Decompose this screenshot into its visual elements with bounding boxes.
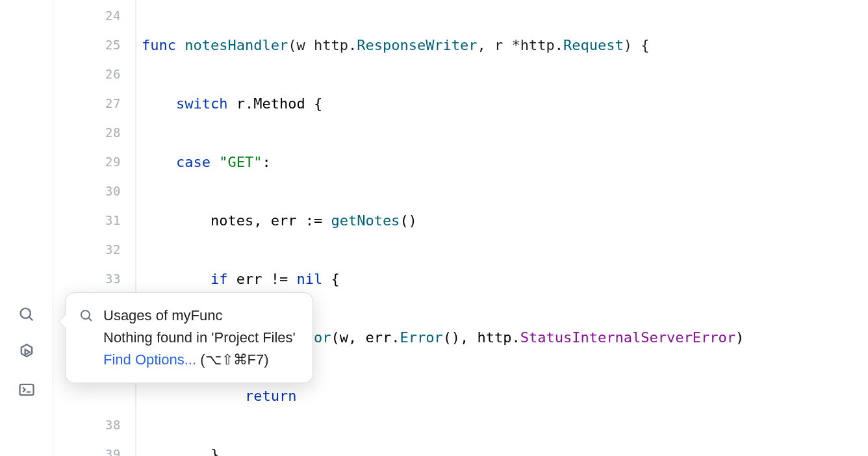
line-number: 24 — [53, 1, 121, 31]
line-number: 30 — [53, 177, 121, 206]
svg-line-6 — [88, 318, 92, 321]
line-number-gutter: 24 25 26 27 28 29 30 31 32 33 38 39 — [53, 0, 136, 456]
line-number: 29 — [53, 147, 121, 177]
code-line: case "GET": — [142, 147, 868, 177]
svg-line-1 — [29, 317, 32, 321]
code-line: return — [142, 381, 868, 411]
code-line: } — [142, 440, 868, 456]
search-icon — [79, 308, 94, 323]
run-icon[interactable] — [18, 343, 36, 361]
svg-marker-2 — [25, 349, 29, 355]
line-number — [53, 381, 121, 411]
line-number: 26 — [53, 60, 121, 89]
line-number: 27 — [53, 89, 121, 118]
line-number: 32 — [53, 235, 121, 264]
line-number: 25 — [53, 31, 121, 60]
search-icon[interactable] — [18, 305, 36, 323]
line-number: 31 — [53, 206, 121, 235]
left-tool-rail — [0, 0, 53, 456]
code-editor[interactable]: func notesHandler(w http.ResponseWriter,… — [136, 0, 868, 456]
editor-area: 24 25 26 27 28 29 30 31 32 33 38 39 func… — [0, 0, 868, 456]
code-line: if err != nil { — [142, 264, 868, 294]
terminal-icon[interactable] — [18, 381, 36, 399]
line-number: 33 — [53, 264, 121, 294]
svg-point-0 — [20, 309, 30, 318]
code-line: func notesHandler(w http.ResponseWriter,… — [142, 31, 868, 60]
svg-rect-3 — [19, 385, 33, 395]
line-number: 38 — [53, 411, 121, 440]
popup-title: Usages of myFunc — [103, 305, 296, 327]
line-number: 39 — [53, 440, 121, 456]
line-number: 28 — [53, 118, 121, 147]
popup-subtitle: Nothing found in 'Project Files' — [103, 327, 296, 349]
keyboard-shortcut-text: (⌥⇧⌘F7) — [200, 351, 268, 368]
svg-point-5 — [81, 310, 90, 319]
find-usages-popup: Usages of myFunc Nothing found in 'Proje… — [65, 292, 313, 383]
code-line: switch r.Method { — [142, 89, 868, 118]
code-line: notes, err := getNotes() — [142, 206, 868, 235]
find-options-link[interactable]: Find Options... — [103, 351, 196, 368]
